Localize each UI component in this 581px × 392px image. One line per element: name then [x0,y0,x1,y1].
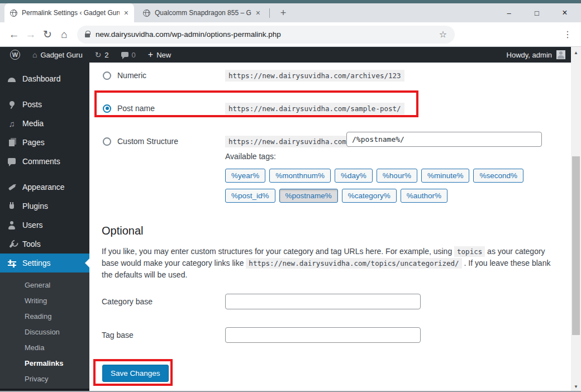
menu-separator [0,88,89,95]
site-name-link[interactable]: ⌂ Gadget Guru [28,47,87,63]
address-bar[interactable]: new.dairysuvidha.com/wp-admin/options-pe… [77,26,455,44]
save-changes-button[interactable]: Save Changes [102,365,169,382]
scrollbar-up-icon[interactable]: ▲ [571,48,581,57]
settings-submenu: General Writing Reading Discussion Media… [0,273,89,392]
globe-favicon [143,9,150,17]
tag-button-author[interactable]: %author% [401,189,447,203]
lock-icon [85,34,90,37]
tag-base-row: Tag base [102,327,421,343]
postname-radio[interactable] [103,104,111,113]
permalink-option-custom: Custom Structure https://new.dairysuvidh… [89,133,178,150]
submenu-item-media[interactable]: Media [0,340,89,355]
avatar [556,50,565,59]
tab-separator [269,8,270,18]
submenu-item-permalinks[interactable]: Permalinks [0,355,89,371]
permalink-settings-content: Numeric https://new.dairysuvidha.com/arc… [89,63,571,392]
tab-qualcomm-article[interactable]: Qualcomm Snapdragon 855 – Ga × [137,3,266,22]
sidebar-footer [0,389,89,392]
custom-structure-radio[interactable] [103,137,111,146]
optional-description: If you like, you may enter custom struct… [102,246,555,281]
sidebar-item-comments[interactable]: Comments [0,152,89,171]
sidebar-item-appearance[interactable]: Appearance [0,178,89,197]
tab-close-icon[interactable]: × [256,8,260,17]
pages-icon [7,138,17,146]
submenu-item-privacy[interactable]: Privacy [0,371,89,386]
comment-bubble-icon [121,52,128,57]
home-icon[interactable]: ⌂ [56,26,73,43]
wordpress-logo-icon: W [10,50,20,60]
wp-logo-menu[interactable]: W [6,47,25,63]
sidebar-item-settings[interactable]: Settings [0,254,89,273]
browser-window: Permalink Settings ‹ Gadget Guru × Qualc… [0,0,581,392]
comments-link[interactable]: 0 [117,47,140,63]
wrench-icon [7,240,17,248]
dashboard-icon [7,76,17,82]
tag-button-postname[interactable]: %postname% [279,189,338,203]
tag-base-input[interactable] [225,327,421,343]
updates-link[interactable]: ↻ 2 [91,47,113,63]
page-scrollbar: ▲ ▼ [571,47,581,392]
new-tab-button[interactable]: + [276,6,290,20]
submenu-item-reading[interactable]: Reading [0,308,89,324]
howdy-text: Howdy, admin [507,51,552,59]
wp-sidebar: Dashboard Posts ♫Media Pages Comments Ap… [0,63,89,392]
numeric-example-url: https://new.dairysuvidha.com/archives/12… [225,70,404,82]
minimize-button[interactable]: – [501,9,517,17]
tag-button-year[interactable]: %year% [225,169,265,183]
tag-button-monthnum[interactable]: %monthnum% [269,169,331,183]
tag-button-category[interactable]: %category% [342,189,397,203]
submenu-item-general[interactable]: General [0,277,89,293]
back-icon[interactable]: ← [6,26,22,43]
tab-close-icon[interactable]: × [124,8,128,17]
numeric-radio[interactable] [103,71,111,80]
permalink-option-postname: Post name https://new.dairysuvidha.com/s… [89,100,155,117]
postname-label[interactable]: Post name [117,104,155,113]
tab-title: Permalink Settings ‹ Gadget Guru [22,9,120,17]
forward-icon[interactable]: → [22,26,39,43]
new-content-link[interactable]: + New [144,47,175,63]
tag-base-label: Tag base [102,331,225,340]
tab-permalink-settings[interactable]: Permalink Settings ‹ Gadget Guru × [4,3,134,22]
tag-button-second[interactable]: %second% [473,169,523,183]
numeric-label[interactable]: Numeric [117,71,146,80]
sidebar-item-tools[interactable]: Tools [0,235,89,254]
submenu-item-discussion[interactable]: Discussion [0,324,89,340]
updates-count: 2 [104,51,108,59]
custom-structure-prefix: https://new.dairysuvidha.com [225,136,350,147]
sidebar-item-dashboard[interactable]: Dashboard [0,69,89,88]
tab-strip: Permalink Settings ‹ Gadget Guru × Qualc… [0,3,581,22]
inline-code-example-url: https://new.dairysuvidha.com/topics/unca… [246,258,461,269]
window-controls: – □ × [495,3,579,22]
tag-button-post-id[interactable]: %post_id% [225,189,275,203]
sidebar-item-plugins[interactable]: Plugins [0,197,89,216]
category-base-input[interactable] [225,294,421,309]
postname-example-url: https://new.dairysuvidha.com/sample-post… [225,103,404,114]
submenu-item-writing[interactable]: Writing [0,293,89,308]
bookmark-star-icon[interactable]: ☆ [439,29,447,40]
account-menu[interactable]: Howdy, admin [507,50,565,59]
close-button[interactable]: × [556,8,573,18]
tag-button-minute[interactable]: %minute% [421,169,470,183]
plus-icon: + [148,50,153,60]
media-icon: ♫ [7,119,17,128]
sidebar-item-users[interactable]: Users [0,216,89,235]
tag-button-hour[interactable]: %hour% [377,169,417,183]
inline-code-topics: topics [454,246,485,257]
custom-structure-input[interactable] [346,132,542,147]
browser-toolbar: ← → ↻ ⌂ new.dairysuvidha.com/wp-admin/op… [0,22,581,47]
optional-heading: Optional [102,224,144,237]
scrollbar-down-icon[interactable]: ▼ [571,382,581,391]
reload-icon[interactable]: ↻ [39,26,56,43]
sidebar-item-media[interactable]: ♫Media [0,114,89,133]
sidebar-item-pages[interactable]: Pages [0,133,89,152]
available-tags-row-2: %post_id% %postname% %category% %author% [225,189,447,203]
url-text[interactable]: new.dairysuvidha.com/wp-admin/options-pe… [96,30,434,39]
sidebar-item-posts[interactable]: Posts [0,95,89,114]
tab-title: Qualcomm Snapdragon 855 – Ga [155,9,251,17]
maximize-button[interactable]: □ [528,9,545,17]
custom-structure-label[interactable]: Custom Structure [117,137,178,146]
tag-button-day[interactable]: %day% [335,169,373,183]
scrollbar-thumb[interactable] [572,156,580,335]
browser-menu-icon[interactable]: ⋮ [560,29,575,40]
new-label: New [156,51,171,59]
